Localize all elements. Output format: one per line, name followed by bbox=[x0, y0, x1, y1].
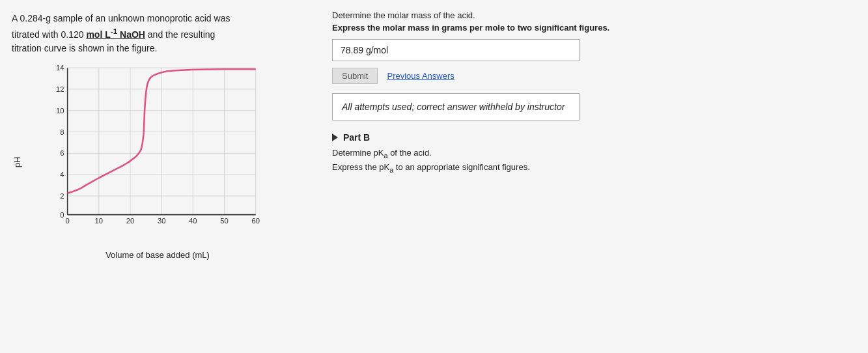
svg-text:14: 14 bbox=[56, 64, 64, 72]
previous-answers-link[interactable]: Previous Answers bbox=[387, 71, 454, 81]
svg-text:6: 6 bbox=[60, 149, 64, 157]
svg-text:40: 40 bbox=[189, 217, 197, 225]
svg-text:12: 12 bbox=[56, 85, 64, 93]
submit-row: Submit Previous Answers bbox=[332, 68, 848, 84]
part-a-instruction1: Determine the molar mass of the acid. bbox=[332, 10, 848, 20]
titration-chart: pH bbox=[18, 64, 272, 260]
svg-text:10: 10 bbox=[95, 217, 104, 225]
part-b-toggle-icon[interactable] bbox=[332, 134, 338, 141]
svg-text:60: 60 bbox=[251, 217, 260, 225]
answer-input-box: 78.89 g/mol bbox=[332, 39, 580, 61]
svg-text:4: 4 bbox=[60, 171, 64, 178]
svg-text:2: 2 bbox=[60, 192, 64, 200]
svg-text:0: 0 bbox=[65, 217, 69, 225]
chart-svg: 0 2 4 6 8 10 12 14 0 10 20 30 40 50 60 bbox=[43, 64, 272, 225]
submit-button[interactable]: Submit bbox=[332, 68, 378, 84]
part-b-header: Part B bbox=[332, 132, 848, 143]
part-b-instructions: Determine pKa of the acid. Express the p… bbox=[332, 148, 848, 173]
part-b-instruction1: Determine pKa of the acid. bbox=[332, 148, 848, 160]
part-b-instruction2: Express the pKa to an appropriate signif… bbox=[332, 162, 848, 174]
svg-text:10: 10 bbox=[56, 106, 64, 114]
part-a-instruction2: Express the molar mass in grams per mole… bbox=[332, 23, 848, 33]
right-panel: Determine the molar mass of the acid. Ex… bbox=[313, 0, 868, 184]
svg-text:20: 20 bbox=[126, 217, 135, 225]
problem-statement: A 0.284-g sample of an unknown monoproti… bbox=[12, 12, 300, 55]
left-panel: A 0.284-g sample of an unknown monoproti… bbox=[0, 0, 313, 272]
y-axis-label: pH bbox=[12, 156, 22, 167]
feedback-box: All attempts used; correct answer withhe… bbox=[332, 93, 580, 120]
svg-text:0: 0 bbox=[60, 210, 64, 218]
svg-text:50: 50 bbox=[220, 217, 229, 225]
svg-text:8: 8 bbox=[60, 128, 64, 135]
svg-text:30: 30 bbox=[158, 217, 166, 225]
part-b-label: Part B bbox=[343, 132, 370, 143]
part-b-section: Part B Determine pKa of the acid. Expres… bbox=[332, 132, 848, 173]
x-axis-label: Volume of base added (mL) bbox=[43, 250, 272, 260]
